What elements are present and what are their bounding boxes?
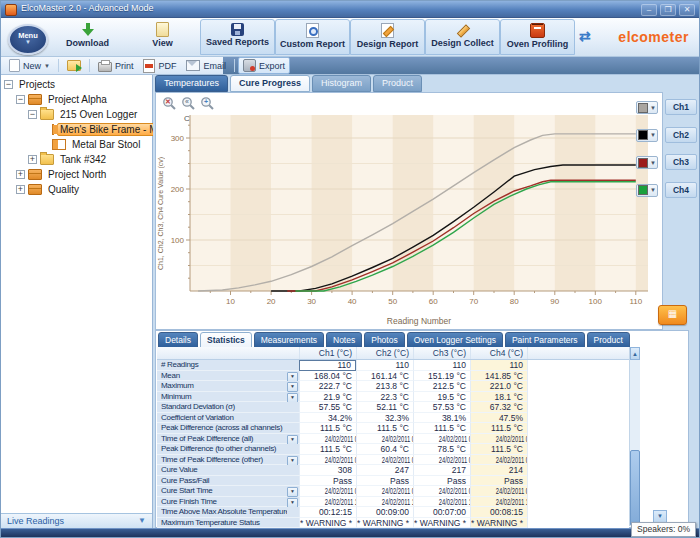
cell-ch2[interactable]: 24/02/2011 10:01:50 [356, 497, 413, 508]
cell-ch3[interactable]: 212.5 °C [413, 381, 470, 392]
ribbon-tab-view[interactable]: View [125, 19, 200, 55]
cell-ch3[interactable]: 151.19 °C [413, 371, 470, 382]
cell-ch4[interactable]: 67.32 °C [470, 402, 527, 413]
cell-ch4[interactable]: 47.5% [470, 413, 527, 424]
cell-ch2[interactable]: Pass [356, 476, 413, 487]
cell-ch4[interactable]: 24/02/2011 09:47:05 [470, 486, 527, 497]
collapse-icon[interactable]: − [4, 80, 13, 89]
tree-item-metal-bar-stool[interactable]: Metal Bar Stool [1, 137, 152, 152]
live-readings-bar[interactable]: Live Readings ▼ [1, 513, 152, 528]
maximize-button[interactable]: ❒ [660, 4, 676, 16]
cell-ch2[interactable]: 24/02/2011 09:41:20 [356, 455, 413, 466]
cell-ch2[interactable]: 213.8 °C [356, 381, 413, 392]
tree-item-quality[interactable]: +Quality [1, 182, 152, 197]
tab-details[interactable]: Details [158, 332, 198, 348]
ribbon-tab-design-collect[interactable]: Design Collect [425, 19, 500, 55]
ribbon-tab-design-report[interactable]: Design Report [350, 19, 425, 55]
cell-ch3[interactable]: 217 [413, 465, 470, 476]
cell-ch2[interactable]: 24/02/2011 09:41:20 [356, 434, 413, 445]
cell-ch3[interactable]: 24/02/2011 10:01:20 [413, 497, 470, 508]
tree-item-project-north[interactable]: +Project North [1, 167, 152, 182]
cure-chart[interactable]: 102030405060708090100110100200300Reading… [162, 111, 662, 327]
cell-ch3[interactable]: Pass [413, 476, 470, 487]
ribbon-tab-download[interactable]: Download [50, 19, 125, 55]
legend-ch2[interactable]: Ch2 [665, 127, 697, 143]
swatch-ch3[interactable]: ▼ [636, 156, 658, 169]
cell-ch4[interactable]: 111.5 °C [470, 444, 527, 455]
cell-ch3[interactable]: 57.53 °C [413, 402, 470, 413]
cell-ch4[interactable]: Pass [470, 476, 527, 487]
scroll-up-icon[interactable]: ▲ [630, 347, 640, 360]
cell-ch2[interactable]: 247 [356, 465, 413, 476]
cell-ch4[interactable]: 24/02/2011 09:41:20 [470, 434, 527, 445]
cell-ch1[interactable]: * WARNING * [299, 518, 356, 529]
minimize-button[interactable]: – [641, 4, 657, 16]
legend-ch4[interactable]: Ch4 [665, 182, 697, 198]
tab-notes[interactable]: Notes [326, 332, 362, 348]
row-dropdown-button[interactable]: ▼ [287, 487, 298, 497]
email-button[interactable]: Email [181, 57, 231, 74]
tab-product[interactable]: Product [373, 75, 422, 92]
swatch-ch2[interactable]: ▼ [636, 129, 658, 142]
cell-ch4[interactable]: 141.85 °C [470, 371, 527, 382]
cell-ch1[interactable]: 24/02/2011 09:41:20 [299, 434, 356, 445]
panel-layout-button[interactable]: ▦ [658, 305, 687, 325]
ribbon-tab-custom-report[interactable]: Custom Report [275, 19, 350, 55]
menu-button[interactable]: Menu ▼ [8, 24, 48, 55]
cell-ch1[interactable]: 24/02/2011 09:42:50 [299, 486, 356, 497]
cell-ch2[interactable]: 110 [356, 360, 413, 371]
row-dropdown-button[interactable]: ▼ [287, 372, 298, 382]
row-dropdown-button[interactable]: ▼ [287, 456, 298, 466]
new-button[interactable]: New▼ [4, 57, 55, 74]
row-dropdown-button[interactable]: ▼ [287, 498, 298, 508]
cell-ch3[interactable]: 111.5 °C [413, 423, 470, 434]
cell-ch1[interactable]: 21.9 °C [299, 392, 356, 403]
cell-ch1[interactable]: 24/02/2011 10:00:35 [299, 497, 356, 508]
cell-ch4[interactable]: 24/02/2011 09:41:20 [470, 455, 527, 466]
tab-statistics[interactable]: Statistics [200, 332, 252, 348]
tree-item-project-alpha[interactable]: −Project Alpha [1, 92, 152, 107]
cell-ch3[interactable]: 24/02/2011 09:41:20 [413, 434, 470, 445]
cell-ch1[interactable]: 222.7 °C [299, 381, 356, 392]
zoom-in-icon[interactable]: + [200, 96, 215, 111]
tab-histogram[interactable]: Histogram [312, 75, 371, 92]
tree-item-men-s-bike-frame-mscf26[interactable]: Men's Bike Frame - MSCF26 [1, 122, 152, 137]
zoom-back-icon[interactable]: « [181, 96, 196, 111]
cell-ch3[interactable]: 24/02/2011 09:40:05 [413, 455, 470, 466]
close-button[interactable]: ✕ [679, 4, 695, 16]
cell-ch3[interactable]: 38.1% [413, 413, 470, 424]
cell-ch1[interactable]: 110 [299, 360, 356, 371]
cell-ch1[interactable]: 34.2% [299, 413, 356, 424]
cell-ch1[interactable]: 168.04 °C [299, 371, 356, 382]
cell-ch1[interactable]: 308 [299, 465, 356, 476]
cell-ch2[interactable]: 24/02/2011 09:45:50 [356, 486, 413, 497]
row-dropdown-button[interactable]: ▼ [287, 393, 298, 403]
scrollbar-thumb[interactable] [630, 450, 640, 526]
cell-ch1[interactable]: 57.55 °C [299, 402, 356, 413]
expand-icon[interactable]: + [16, 170, 25, 179]
collapse-icon[interactable]: − [16, 95, 25, 104]
table-scrollbar[interactable]: ▲ [629, 347, 640, 526]
cell-ch1[interactable]: 111.5 °C [299, 423, 356, 434]
row-dropdown-button[interactable]: ▼ [287, 382, 298, 392]
cell-ch4[interactable]: 111.5 °C [470, 423, 527, 434]
tab-temperatures[interactable]: Temperatures [155, 75, 228, 92]
expand-icon[interactable]: + [28, 155, 37, 164]
cell-ch2[interactable]: 111.5 °C [356, 423, 413, 434]
tree-item-projects[interactable]: −Projects [1, 77, 152, 92]
tab-oven-logger-settings[interactable]: Oven Logger Settings [407, 332, 503, 348]
zoom-cancel-icon[interactable]: ✕ [162, 96, 177, 111]
export-button[interactable]: Export [238, 57, 290, 74]
ribbon-tab-saved-reports[interactable]: Saved Reports [200, 19, 275, 55]
cell-ch2[interactable]: 52.11 °C [356, 402, 413, 413]
cell-ch2[interactable]: 22.3 °C [356, 392, 413, 403]
cell-ch2[interactable]: 00:09:00 [356, 507, 413, 518]
swatch-ch4[interactable]: ▼ [636, 184, 658, 197]
tab-photos[interactable]: Photos [364, 332, 404, 348]
open-button[interactable] [62, 57, 86, 74]
cell-ch4[interactable]: 24/02/2011 10:00:35 [470, 497, 527, 508]
tab-measurements[interactable]: Measurements [254, 332, 324, 348]
cell-ch2[interactable]: 32.3% [356, 413, 413, 424]
cell-ch1[interactable]: 111.5 °C [299, 444, 356, 455]
expand-icon[interactable]: + [16, 185, 25, 194]
